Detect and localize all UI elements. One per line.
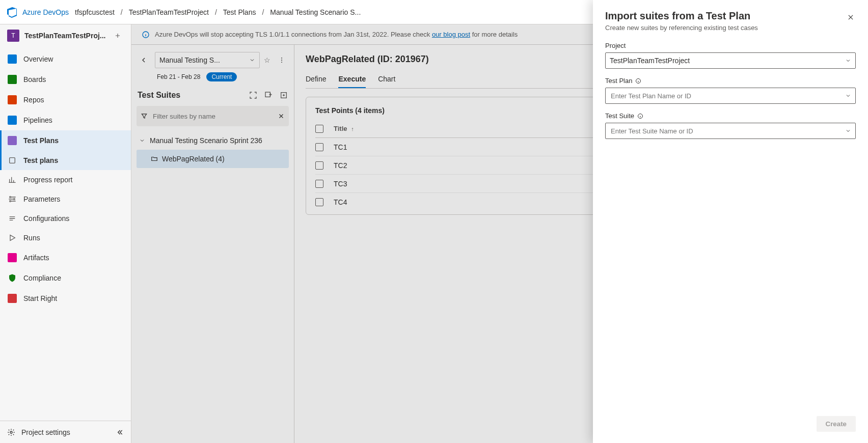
info-icon[interactable] (637, 113, 643, 119)
panel-subtitle: Create new suites by referencing existin… (605, 24, 856, 32)
info-icon[interactable] (635, 78, 641, 84)
panel-scrim[interactable] (0, 0, 593, 443)
chevron-down-icon (845, 58, 851, 64)
project-combobox[interactable]: TestPlanTeamTestProject (605, 52, 856, 69)
testsuite-input[interactable] (610, 127, 841, 135)
panel-title: Import suites from a Test Plan (605, 10, 856, 22)
import-suites-panel: Import suites from a Test Plan Create ne… (593, 0, 868, 443)
testsuite-combobox[interactable] (605, 123, 856, 139)
import-panel-container: Import suites from a Test Plan Create ne… (0, 0, 868, 443)
close-panel-button[interactable] (844, 10, 858, 24)
testsuite-field-label: Test Suite (605, 112, 634, 120)
chevron-down-icon (845, 128, 851, 134)
testplan-field-label: Test Plan (605, 77, 632, 85)
create-button[interactable]: Create (817, 416, 856, 432)
testplan-input[interactable] (610, 92, 841, 100)
chevron-down-icon (845, 93, 851, 99)
testplan-combobox[interactable] (605, 88, 856, 104)
project-value: TestPlanTeamTestProject (610, 57, 841, 65)
close-icon (847, 14, 854, 21)
project-field-label: Project (605, 42, 856, 49)
